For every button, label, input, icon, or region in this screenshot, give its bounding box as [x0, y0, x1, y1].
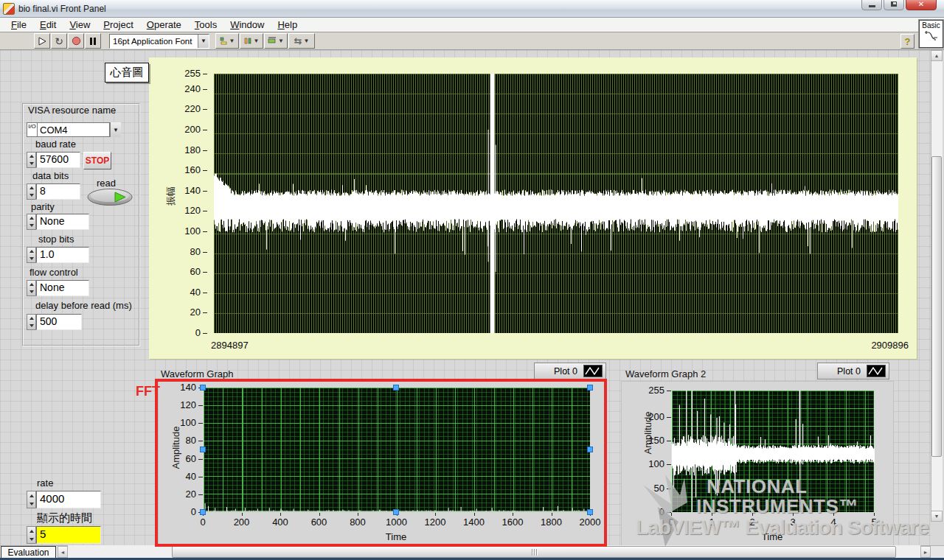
baud-rate-spinner[interactable] — [27, 152, 36, 168]
heart-x-min-label: 2894897 — [211, 340, 249, 351]
reorder-button[interactable]: ⇆ ▼ — [288, 33, 315, 49]
axis-tick-label: 240 — [164, 83, 201, 94]
wave2-graph-title: Waveform Graph 2 — [625, 368, 706, 379]
menu-edit[interactable]: Edit — [33, 19, 63, 30]
fft-x-axis-label: Time — [378, 531, 414, 542]
watermark-instruments: INSTRUMENTS™ — [696, 495, 858, 518]
selection-handle[interactable] — [587, 385, 593, 391]
run-button[interactable] — [34, 33, 50, 49]
delay-field[interactable]: 500 — [36, 314, 82, 330]
axis-tick-label: 120 — [164, 205, 201, 216]
distribute-objects-button[interactable]: ▼ — [240, 33, 263, 49]
basic-label: Basic — [920, 21, 943, 29]
selection-handle[interactable] — [393, 385, 399, 391]
rate-field[interactable]: 4000 — [36, 491, 101, 508]
selection-handle[interactable] — [200, 509, 206, 515]
delay-spinner[interactable] — [27, 314, 36, 330]
heart-sound-plot-area[interactable] — [214, 74, 898, 333]
resize-objects-button[interactable]: ▼ — [264, 33, 288, 49]
menu-project[interactable]: Project — [97, 19, 139, 30]
stop-button[interactable]: STOP — [83, 152, 111, 169]
flow-control-field[interactable]: None — [36, 280, 89, 296]
data-bits-field[interactable]: 8 — [36, 183, 80, 200]
menu-help[interactable]: Help — [271, 19, 304, 30]
parity-field[interactable]: None — [36, 214, 89, 230]
title-bar[interactable]: bio final.vi Front Panel — [0, 0, 944, 18]
fft-plot-area[interactable] — [203, 388, 590, 512]
menu-view[interactable]: View — [63, 19, 97, 30]
axis-tick-label: 0 — [164, 327, 201, 338]
read-led-button[interactable] — [87, 189, 133, 206]
data-bits-label: data bits — [32, 170, 69, 181]
axis-tick-label: 40 — [159, 471, 196, 482]
axis-tick-label: 160 — [164, 164, 201, 175]
display-time-spinner[interactable] — [27, 526, 36, 544]
axis-tick-label: 120 — [159, 399, 196, 410]
stop-bits-spinner[interactable] — [27, 247, 36, 263]
wave2-plot-legend[interactable]: Plot 0 — [817, 363, 889, 379]
close-button[interactable]: ✕ — [906, 0, 937, 10]
align-objects-button[interactable]: ▼ — [215, 33, 239, 49]
selection-handle[interactable] — [200, 385, 206, 391]
horizontal-scrollbar-thumb[interactable] — [172, 546, 896, 558]
evaluation-tab[interactable]: Evaluation — [1, 546, 56, 559]
scroll-right-button[interactable]: ► — [920, 546, 931, 558]
axis-tick-label — [203, 130, 207, 130]
parity-spinner[interactable] — [27, 214, 36, 230]
visa-resource-combo[interactable]: I/O COM4 ▼ — [27, 122, 121, 137]
baud-rate-field[interactable]: 57600 — [36, 152, 80, 168]
axis-tick-label: 80 — [164, 246, 201, 257]
context-help-button[interactable]: ? — [900, 34, 914, 49]
axis-tick-label — [667, 417, 671, 418]
heart-x-max-label: 2909896 — [847, 340, 909, 351]
axis-tick-label: 220 — [164, 103, 201, 114]
selection-handle[interactable] — [200, 447, 206, 452]
font-selector-dropdown[interactable]: ▼ — [198, 35, 209, 48]
menu-operate[interactable]: Operate — [140, 19, 188, 30]
menu-file[interactable]: File — [4, 19, 33, 30]
visa-resource-dropdown[interactable]: ▼ — [110, 122, 121, 137]
restore-button[interactable] — [884, 0, 904, 10]
axis-tick-label — [203, 109, 207, 110]
selection-handle[interactable] — [587, 509, 593, 515]
watermark-labview-evaluation: LabVIEW™ Evaluation Software — [636, 516, 929, 539]
vi-connector-pane-button[interactable]: Basic — [919, 20, 943, 48]
stop-bits-label: stop bits — [38, 234, 74, 245]
abort-stop-icon — [72, 36, 81, 46]
abort-button[interactable] — [68, 33, 84, 49]
axis-tick-label: 0 — [159, 506, 196, 517]
axis-tick-label — [203, 211, 207, 211]
rate-spinner[interactable] — [27, 491, 36, 508]
align-objects-icon — [220, 37, 228, 45]
font-selector[interactable]: 16pt Application Font ▼ — [109, 34, 209, 49]
scroll-up-button[interactable]: ▲ — [931, 50, 943, 61]
menu-tools[interactable]: Tools — [188, 19, 223, 30]
axis-tick-label: 60 — [159, 453, 196, 464]
heart-sound-waveform — [214, 74, 898, 333]
axis-tick-label — [198, 459, 203, 460]
minimize-button[interactable] — [861, 0, 882, 10]
vertical-scrollbar-thumb[interactable] — [931, 156, 942, 457]
menu-window[interactable]: Window — [223, 19, 271, 30]
selection-handle[interactable] — [393, 509, 399, 515]
pause-button[interactable] — [85, 33, 101, 49]
selection-handle[interactable] — [587, 447, 593, 452]
fft-legend-plot-icon — [583, 365, 603, 377]
display-time-field[interactable]: 5 — [36, 526, 101, 544]
axis-tick-label: 200 — [164, 124, 201, 135]
fft-legend-label: Plot 0 — [554, 366, 577, 377]
run-arrow-icon — [37, 36, 47, 46]
parity-label: parity — [31, 201, 55, 212]
stop-bits-field[interactable]: 1.0 — [36, 247, 89, 263]
fft-plot-legend[interactable]: Plot 0 — [534, 363, 606, 379]
scroll-left-button[interactable]: ◄ — [58, 546, 68, 558]
axis-tick-label — [203, 170, 207, 171]
axis-tick-label: 140 — [159, 382, 196, 393]
toolbar: ↻ 16pt Application Font ▼ ▼ ▼ ▼ ⇆ ▼ — [0, 32, 944, 50]
scroll-down-button[interactable]: ▼ — [931, 511, 943, 522]
run-continuous-button[interactable]: ↻ — [51, 33, 67, 49]
axis-tick-label — [203, 191, 207, 192]
axis-tick-label — [203, 252, 207, 253]
data-bits-spinner[interactable] — [27, 183, 36, 200]
flow-control-spinner[interactable] — [27, 280, 36, 296]
